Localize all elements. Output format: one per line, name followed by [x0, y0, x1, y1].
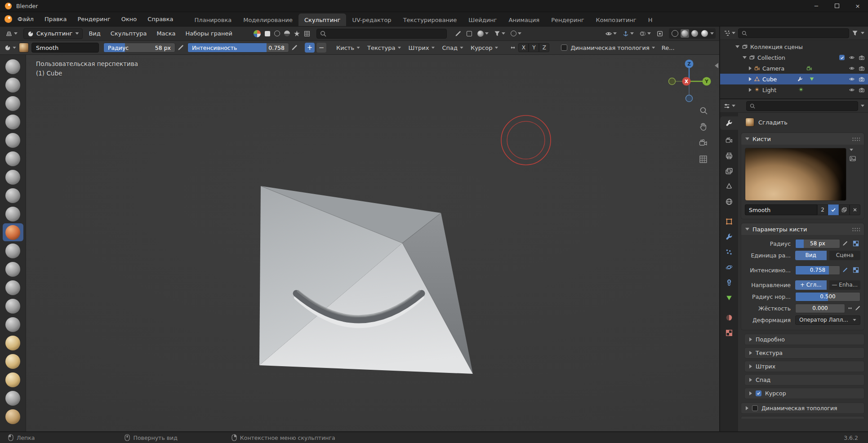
- brush-users-count[interactable]: 2: [817, 204, 828, 215]
- render-visibility-camera-icon[interactable]: [859, 66, 864, 71]
- overlays-button[interactable]: [640, 31, 651, 37]
- direction-add-button[interactable]: + Сгл...: [795, 280, 827, 290]
- tab-render[interactable]: [720, 134, 738, 147]
- panel-falloff[interactable]: Спад: [744, 374, 864, 385]
- collapsed-icon[interactable]: [749, 88, 752, 92]
- tab-physics[interactable]: [720, 261, 738, 274]
- brush-preview-image[interactable]: [745, 148, 846, 201]
- cursor-popover[interactable]: Курсор: [471, 44, 499, 51]
- blender-menu-icon[interactable]: [4, 15, 12, 23]
- surface-square-icon[interactable]: [467, 31, 472, 36]
- mode-dropdown[interactable]: Скульптинг: [23, 28, 83, 39]
- panel-grip-icon[interactable]: [852, 227, 860, 231]
- collapsed-icon[interactable]: [749, 77, 752, 81]
- outliner-row-scene-collection[interactable]: Коллекция сцены: [720, 41, 868, 52]
- properties-options-chevron-icon[interactable]: [861, 105, 864, 107]
- remesh-popover[interactable]: Re...: [662, 44, 675, 51]
- duplicate-brush-button[interactable]: [839, 204, 850, 215]
- scene-3d[interactable]: Z Y X: [0, 55, 719, 431]
- outliner-row-cube-selected[interactable]: Cube: [720, 74, 868, 84]
- menu-edit[interactable]: Правка: [39, 12, 72, 26]
- menu-face-sets[interactable]: Наборы граней: [182, 30, 236, 37]
- properties-editor-type-button[interactable]: [724, 103, 735, 109]
- matcap-display-button[interactable]: [477, 31, 489, 37]
- symmetry-y-button[interactable]: Y: [529, 43, 539, 52]
- strength-value-slider[interactable]: 0.758: [795, 266, 840, 275]
- expand-icon[interactable]: [743, 56, 747, 59]
- viewport-search-input[interactable]: [316, 29, 447, 39]
- outliner-row-collection[interactable]: Collection: [720, 52, 868, 63]
- workspace-tab-truncated[interactable]: Н: [642, 13, 654, 26]
- workspace-tab-compositing[interactable]: Композитинг: [590, 13, 642, 26]
- texture-popover[interactable]: Текстура: [367, 44, 401, 51]
- properties-search-input[interactable]: [746, 101, 858, 111]
- panel-texture[interactable]: Текстура: [744, 347, 864, 359]
- tab-particles[interactable]: [720, 245, 738, 259]
- menu-file[interactable]: Файл: [12, 12, 39, 26]
- dyntopo-checkbox[interactable]: [561, 44, 567, 51]
- proportional-button[interactable]: [511, 31, 521, 36]
- normal-radius-slider[interactable]: 0.500: [795, 292, 860, 301]
- tab-world[interactable]: [720, 195, 738, 208]
- collapsed-icon[interactable]: [749, 66, 752, 71]
- shading-wireframe-icon[interactable]: [672, 30, 678, 37]
- gizmo-neg-y-ball[interactable]: [669, 78, 676, 85]
- hardness-pressure-icon[interactable]: [855, 306, 860, 311]
- matcap-sphere-icon[interactable]: [254, 30, 261, 37]
- editor-type-button[interactable]: [4, 28, 20, 39]
- panel-details[interactable]: Подробно: [744, 334, 864, 345]
- tab-material[interactable]: [720, 311, 738, 324]
- workspace-tab-shading[interactable]: Шейдинг: [463, 13, 503, 26]
- menu-help[interactable]: Справка: [142, 12, 178, 26]
- brush-preview-thumb[interactable]: [19, 43, 29, 53]
- deformation-dropdown[interactable]: Оператор Лапл...: [795, 315, 860, 325]
- shading-solid-icon[interactable]: [681, 30, 688, 37]
- cursor-checkbox[interactable]: [756, 390, 761, 396]
- preview-photo-icon[interactable]: [850, 155, 856, 162]
- tab-texture[interactable]: [720, 326, 738, 340]
- tab-modifiers[interactable]: [720, 230, 738, 244]
- workspace-tab-uv[interactable]: UV-редактор: [346, 13, 397, 26]
- symmetry-mirror-icon[interactable]: [510, 44, 516, 51]
- brushes-panel-header[interactable]: Кисти: [741, 133, 864, 145]
- gizmo-neg-z-ball[interactable]: [686, 95, 693, 102]
- workspace-tab-layout[interactable]: Планировка: [189, 13, 238, 26]
- workspace-tab-modeling[interactable]: Моделирование: [237, 13, 298, 26]
- radius-unit-view-button[interactable]: Вид: [795, 251, 827, 260]
- brush-name-field[interactable]: Smooth: [31, 43, 99, 53]
- menu-mask[interactable]: Маска: [152, 30, 179, 37]
- dyntopo-popover[interactable]: Динамическая топология: [570, 44, 655, 51]
- workspace-tab-texture-paint[interactable]: Текстурирование: [397, 13, 463, 26]
- grid-icon[interactable]: [304, 31, 310, 37]
- panel-cursor[interactable]: Курсор: [744, 388, 864, 399]
- outliner-editor-type-button[interactable]: [724, 30, 735, 36]
- eye-icon[interactable]: [849, 66, 855, 71]
- radius-pressure-icon[interactable]: [178, 44, 184, 51]
- camera-view-icon[interactable]: [700, 140, 707, 146]
- dyntopo-checkbox[interactable]: [752, 405, 758, 411]
- object-types-visibility-button[interactable]: [605, 31, 617, 37]
- tab-object[interactable]: [720, 215, 738, 228]
- viewport-canvas[interactable]: Z Y X: [0, 55, 719, 431]
- solid-square-icon[interactable]: [265, 31, 270, 36]
- workspace-tab-animation[interactable]: Анимация: [503, 13, 545, 26]
- orthographic-grid-icon[interactable]: [700, 156, 707, 163]
- symmetry-x-button[interactable]: X: [518, 43, 529, 52]
- radius-value-slider[interactable]: 58 px: [795, 239, 840, 248]
- shading-dropdown-icon[interactable]: [710, 32, 714, 35]
- close-button[interactable]: ×: [847, 0, 868, 12]
- fake-user-button[interactable]: [828, 204, 839, 215]
- outliner-filter-icon[interactable]: [852, 30, 858, 36]
- exclude-checkbox[interactable]: [839, 55, 845, 60]
- brush-settings-panel-header[interactable]: Параметры кисти: [741, 223, 864, 235]
- radius-pressure-icon[interactable]: [842, 241, 848, 246]
- panel-stroke[interactable]: Штрих: [744, 361, 864, 372]
- direction-subtract-button[interactable]: — Enha...: [829, 280, 861, 290]
- gizmos-button[interactable]: [623, 31, 634, 37]
- navigation-gizmo[interactable]: Z Y X: [669, 60, 711, 102]
- preview-popup-chevron-icon[interactable]: [850, 149, 853, 151]
- render-visibility-camera-icon[interactable]: [859, 76, 864, 82]
- half-sphere-icon[interactable]: [284, 31, 290, 36]
- outliner-search-input[interactable]: [738, 28, 849, 38]
- stroke-popover[interactable]: Штрих: [409, 44, 435, 51]
